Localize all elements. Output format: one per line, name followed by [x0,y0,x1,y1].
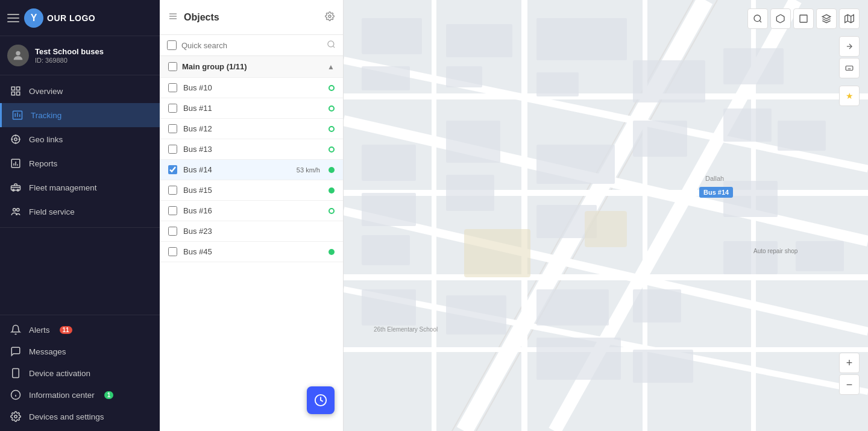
search-map-button[interactable] [747,8,768,29]
sidebar-item-label: Messages [29,347,66,356]
object-checkbox[interactable] [168,165,177,174]
svg-rect-52 [362,289,416,326]
object-name: Bus #10 [183,83,322,92]
sidebar-header: Y OUR LOGO [0,0,160,36]
map-toolbar [747,8,860,29]
zoom-in-button[interactable]: + [839,353,860,373]
svg-rect-39 [536,18,627,60]
sidebar-item-label: Overview [29,87,63,96]
object-list: Bus #10 Bus #11 Bus #12 Bus #13 Bus #14 … [160,78,343,431]
bus-map-label: Bus #14 [699,187,733,198]
group-checkbox[interactable] [168,62,177,71]
list-item[interactable]: Bus #11 [160,98,343,119]
keyboard-button[interactable] [839,58,860,78]
list-item[interactable]: Bus #23 [160,221,343,242]
replay-button[interactable] [307,386,335,414]
sidebar-item-label: Device activation [29,369,90,378]
svg-rect-63 [585,211,627,247]
object-checkbox[interactable] [168,186,177,195]
map-area[interactable]: Dallah Auto repair shop 26th Elementary … [344,0,868,431]
svg-rect-54 [536,289,609,326]
sidebar-item-fleet[interactable]: Fleet management [0,175,160,200]
svg-rect-50 [723,48,784,84]
svg-rect-35 [362,18,422,54]
sidebar-item-field-service[interactable]: Field service [0,200,160,224]
devices-settings-icon [10,411,22,422]
user-name: Test School buses [35,47,104,57]
object-checkbox[interactable] [168,145,177,154]
geo-links-icon [10,134,22,145]
search-icon[interactable] [327,40,336,51]
hamburger-menu[interactable] [7,12,19,24]
info-center-icon [10,389,22,400]
svg-point-67 [754,15,761,22]
sidebar-item-alerts[interactable]: Alerts 11 [0,319,160,341]
panel-menu-icon[interactable] [168,11,178,24]
svg-rect-38 [446,66,482,87]
svg-rect-48 [633,60,705,102]
sidebar-item-geo-links[interactable]: Geo links [0,127,160,151]
search-input[interactable] [181,41,322,50]
svg-marker-70 [822,14,830,19]
list-item[interactable]: Bus #16 [160,201,343,221]
search-checkbox[interactable] [167,40,177,50]
object-name: Bus #23 [183,227,335,236]
sidebar-item-messages[interactable]: Messages [0,341,160,362]
list-item[interactable]: Bus #10 [160,78,343,98]
map-right-tools: ★ [839,36,860,112]
sidebar-item-devices-settings[interactable]: Devices and settings [0,406,160,427]
status-dot [329,249,335,255]
svg-point-19 [17,209,20,212]
user-info: Test School buses ID: 369880 [35,47,104,64]
object-name: Bus #14 [183,165,291,174]
svg-rect-40 [536,72,579,96]
sidebar: Y OUR LOGO Test School buses ID: 369880 … [0,0,160,431]
svg-rect-51 [723,109,772,142]
list-item[interactable]: Bus #14 53 km/h [160,160,343,180]
svg-point-9 [14,138,17,141]
sidebar-item-reports[interactable]: Reports [0,151,160,175]
object-name: Bus #12 [183,124,322,133]
object-checkbox[interactable] [168,206,177,215]
sidebar-item-label: Field service [29,207,75,216]
sidebar-item-overview[interactable]: Overview [0,79,160,103]
svg-rect-60 [778,121,826,151]
sidebar-item-tracking[interactable]: Tracking [0,103,160,127]
svg-rect-4 [17,92,20,95]
object-checkbox[interactable] [168,227,177,236]
panel-gear-icon[interactable] [325,11,335,24]
measure-button[interactable] [770,8,791,29]
svg-rect-75 [846,66,853,71]
svg-line-31 [333,46,335,48]
area-button[interactable] [793,8,814,29]
zoom-out-button[interactable]: − [839,374,860,395]
favorite-button[interactable]: ★ [839,86,860,106]
sidebar-item-info-center[interactable]: Information center 1 [0,384,160,406]
layers-button[interactable] [816,8,837,29]
list-item[interactable]: Bus #15 [160,180,343,201]
svg-rect-58 [723,181,778,217]
alerts-icon [10,324,22,335]
object-checkbox[interactable] [168,247,177,256]
object-checkbox[interactable] [168,104,177,113]
object-name: Bus #15 [183,186,322,195]
list-item[interactable]: Bus #45 [160,242,343,262]
sidebar-item-device-activation[interactable]: Device activation [0,362,160,384]
ruler-button[interactable] [839,36,860,57]
svg-rect-44 [446,121,500,163]
chevron-up-icon: ▲ [327,63,335,71]
map-type-button[interactable] [839,8,860,29]
object-speed: 53 km/h [297,166,320,174]
svg-rect-3 [11,92,14,95]
list-item[interactable]: Bus #13 [160,139,343,160]
status-dot [329,105,335,112]
group-header[interactable]: Main group (1/11) ▲ [160,56,343,78]
field-service-icon [10,206,22,217]
svg-rect-1 [11,87,14,90]
sidebar-item-label: Devices and settings [29,412,104,421]
svg-rect-49 [633,121,687,157]
object-checkbox[interactable] [168,124,177,133]
bottom-nav: Alerts 11 Messages Device activation Inf… [0,315,160,431]
list-item[interactable]: Bus #12 [160,119,343,139]
object-checkbox[interactable] [168,83,177,92]
